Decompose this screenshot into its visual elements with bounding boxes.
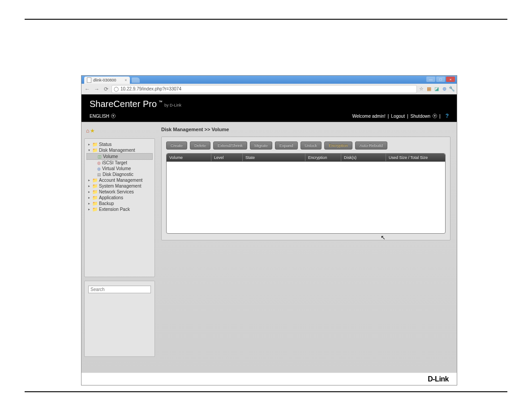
app-body: ⌂ ★ ▸📁Status▾📁Disk Management◫Volume◎iSC… xyxy=(82,122,457,372)
browser-window: dlink-030800 × — □ × ← → ⟳ ◯ 10.22.9.79/… xyxy=(81,75,457,385)
help-icon[interactable]: ? xyxy=(446,113,449,119)
tab-close-icon[interactable]: × xyxy=(124,78,127,82)
expand-button[interactable]: Expand xyxy=(275,141,298,150)
extend-shrink-button[interactable]: Extend/Shrink xyxy=(213,141,247,150)
globe-icon: ◯ xyxy=(114,86,119,91)
extension-icon-1[interactable]: ▦ xyxy=(426,86,432,92)
app-header: ShareCenter Pro ™ by D-Link ENGLISH ▼ We… xyxy=(82,94,457,122)
breadcrumb: Disk Management >> Volume xyxy=(161,127,450,132)
column-encryption[interactable]: Encryption xyxy=(305,154,341,161)
tree-item-backup[interactable]: ▸📁Backup xyxy=(86,201,153,206)
browser-tab[interactable]: dlink-030800 × xyxy=(84,77,130,84)
extension-icon-2[interactable]: ◪ xyxy=(433,86,440,92)
tree-item-extension-pack[interactable]: ▸📁Extension Pack xyxy=(86,206,153,212)
tree-item-network-services[interactable]: ▸📁Network Services xyxy=(86,189,153,195)
forward-button[interactable]: → xyxy=(93,85,101,93)
back-button[interactable]: ← xyxy=(83,85,91,93)
folder-icon: 📁 xyxy=(92,184,98,188)
home-row: ⌂ ★ xyxy=(84,127,155,135)
tree-item-virtual-volume[interactable]: ◍Virtual Volume xyxy=(86,166,153,171)
header-right: Welcome admin! | Logout | Shutdown ▼ | ? xyxy=(352,113,449,119)
folder-icon: 📁 xyxy=(92,178,98,183)
separator: | xyxy=(439,114,441,119)
encryption-button[interactable]: Encryption xyxy=(324,141,352,150)
folder-icon: 📁 xyxy=(92,195,98,200)
toggle-icon: ▸ xyxy=(87,190,91,194)
unlock-button[interactable]: Unlock xyxy=(300,141,322,150)
maximize-button[interactable]: □ xyxy=(436,77,445,82)
url-text: 10.22.9.79/index.php?r=33074 xyxy=(120,86,181,91)
star-icon[interactable]: ★ xyxy=(90,128,95,134)
grid-header: VolumeLevelStateEncryptionDisk(s)Used Si… xyxy=(167,154,445,162)
tree-item-account-management[interactable]: ▸📁Account Management xyxy=(86,177,153,183)
migrate-button[interactable]: Migrate xyxy=(250,141,272,150)
tree-item-system-management[interactable]: ▸📁System Management xyxy=(86,183,153,189)
create-button[interactable]: Create xyxy=(166,141,187,150)
column-disk(s)[interactable]: Disk(s) xyxy=(341,154,386,161)
toggle-icon: ▾ xyxy=(87,148,91,152)
dlink-logo: D-Link xyxy=(428,375,449,383)
search-panel xyxy=(84,281,155,357)
tree-item-disk-management[interactable]: ▾📁Disk Management xyxy=(86,147,153,153)
address-bar: ← → ⟳ ◯ 10.22.9.79/index.php?r=33074 ☆ ▦… xyxy=(82,84,457,94)
tree-label: System Management xyxy=(99,184,142,188)
tree-label: Applications xyxy=(99,195,123,200)
wrench-icon[interactable]: 🔧 xyxy=(449,86,455,92)
column-state[interactable]: State xyxy=(243,154,305,161)
reload-button[interactable]: ⟳ xyxy=(102,85,110,93)
column-level[interactable]: Level xyxy=(211,154,243,161)
chrome-titlebar: dlink-030800 × — □ × xyxy=(82,76,457,84)
tree-label: Disk Management xyxy=(99,148,135,153)
tree-label: Backup xyxy=(99,201,114,206)
folder-icon: 📁 xyxy=(92,148,98,153)
tree-label: iSCSI Target xyxy=(102,160,127,165)
column-volume[interactable]: Volume xyxy=(167,154,211,161)
logo-text: ShareCenter Pro xyxy=(90,99,157,109)
tree-label: Account Management xyxy=(99,178,142,183)
volume-panel: CreateDeleteExtend/ShrinkMigrateExpandUn… xyxy=(161,137,450,240)
tree-item-volume[interactable]: ◫Volume xyxy=(86,153,153,160)
toggle-icon: ▸ xyxy=(87,184,91,188)
folder-icon: 📁 xyxy=(92,142,98,147)
language-label: ENGLISH xyxy=(90,114,109,119)
logo-byline: by D-Link xyxy=(164,103,181,107)
new-tab-button[interactable] xyxy=(132,77,140,83)
auto-rebuild-button[interactable]: Auto-Rebuild xyxy=(355,141,387,150)
tree-item-status[interactable]: ▸📁Status xyxy=(86,141,153,147)
volume-grid: VolumeLevelStateEncryptionDisk(s)Used Si… xyxy=(166,153,446,234)
disk-icon: ◍ xyxy=(97,167,101,171)
search-input[interactable] xyxy=(88,286,151,293)
folder-icon: 📁 xyxy=(92,189,98,194)
url-input[interactable]: ◯ 10.22.9.79/index.php?r=33074 xyxy=(112,85,417,93)
tree-label: Virtual Volume xyxy=(102,166,131,171)
column-used-size-total-size[interactable]: Used Size / Total Size xyxy=(386,154,442,161)
chevron-down-icon[interactable]: ▼ xyxy=(433,114,437,118)
tree-item-applications[interactable]: ▸📁Applications xyxy=(86,195,153,201)
tree-label: Volume xyxy=(103,154,118,159)
main-content: Disk Management >> Volume CreateDeleteEx… xyxy=(158,122,457,372)
tree-item-disk-diagnostic[interactable]: ▤Disk Diagnostic xyxy=(86,171,153,177)
tree-item-iscsi-target[interactable]: ◎iSCSI Target xyxy=(86,160,153,166)
chevron-down-icon: ▼ xyxy=(111,114,116,118)
separator: | xyxy=(388,114,389,119)
close-button[interactable]: × xyxy=(446,77,455,82)
minimize-button[interactable]: — xyxy=(426,77,435,82)
tree-label: Extension Pack xyxy=(99,207,130,212)
cube-icon: ◫ xyxy=(98,154,102,159)
extension-icon-3[interactable]: ⊚ xyxy=(441,86,447,92)
language-selector[interactable]: ENGLISH ▼ xyxy=(90,114,116,119)
home-icon[interactable]: ⌂ xyxy=(86,128,89,134)
target-icon: ◎ xyxy=(97,161,101,165)
page-icon xyxy=(87,77,91,83)
welcome-text: Welcome admin! xyxy=(352,114,385,119)
action-toolbar: CreateDeleteExtend/ShrinkMigrateExpandUn… xyxy=(166,141,446,150)
logout-link[interactable]: Logout xyxy=(391,114,405,119)
page-rule-bottom xyxy=(25,391,507,392)
tree-label: Disk Diagnostic xyxy=(103,172,133,177)
page-rule-top xyxy=(25,19,507,20)
shutdown-link[interactable]: Shutdown xyxy=(411,114,430,119)
delete-button[interactable]: Delete xyxy=(190,141,210,150)
sidebar: ⌂ ★ ▸📁Status▾📁Disk Management◫Volume◎iSC… xyxy=(82,122,158,372)
bookmark-star-icon[interactable]: ☆ xyxy=(418,86,425,92)
toggle-icon: ▸ xyxy=(87,178,91,182)
